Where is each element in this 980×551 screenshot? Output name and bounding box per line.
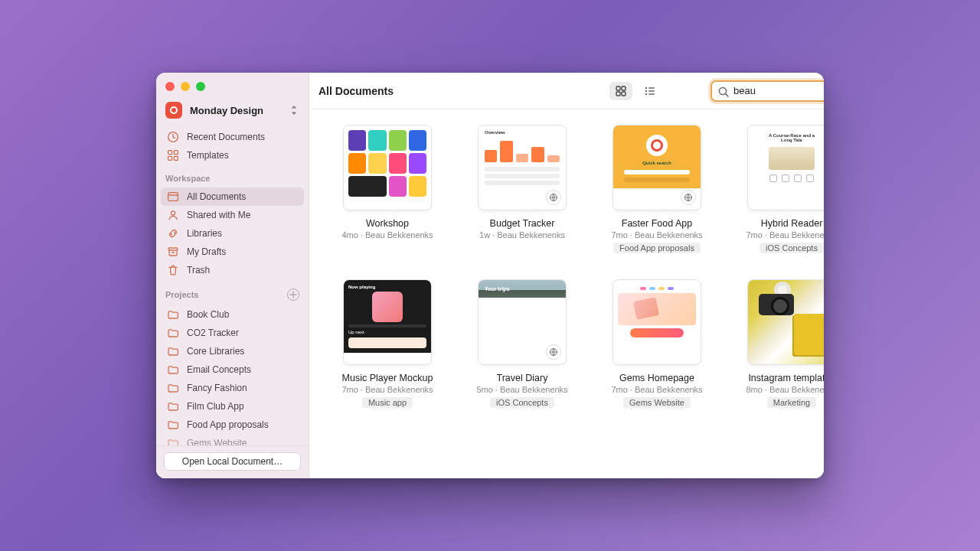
fullscreen-window-button[interactable] [196,82,205,91]
close-window-button[interactable] [165,82,175,91]
shared-badge-icon [546,344,561,360]
project-label: Email Concepts [187,364,251,375]
project-item[interactable]: Core Libraries [161,342,304,360]
folder-icon [167,345,179,357]
document-thumbnail [343,125,432,210]
nav-recent[interactable]: Recent Documents [161,128,304,146]
document-meta: 8mo · Beau Bekkenenks [746,385,824,394]
document-thumbnail: A Course-Race and aLong Tale [747,125,824,210]
document-thumbnail: Your trips Exploring theSwiss Alps [478,279,567,365]
grid-icon [615,85,627,97]
svg-rect-5 [168,193,178,201]
document-meta: 4mo · Beau Bekkenenks [341,230,433,240]
sidebar: Monday Design Recent Documents Templates… [156,73,309,478]
document-meta: 7mo · Beau Bekkenenks [611,385,702,394]
document-card[interactable]: Now playing Up next Music Player Mockup … [335,279,439,408]
nav-label: Shared with Me [187,210,250,220]
project-item[interactable]: CO2 Tracker [161,324,304,342]
section-label: Workspace [165,174,211,183]
nav-trash[interactable]: Trash [161,261,304,279]
list-view-button[interactable] [639,82,662,100]
document-card[interactable]: Workshop 4mo · Beau Bekkenenks [335,125,439,253]
window-icon [167,191,179,203]
document-meta: 7mo · Beau Bekkenenks [611,230,702,240]
document-tag: Marketing [767,397,816,408]
projects-scroll: Book ClubCO2 TrackerCore LibrariesEmail … [156,304,309,445]
document-thumbnail: Now playing Up next [343,279,432,365]
team-switcher[interactable]: Monday Design [156,99,309,126]
document-thumbnail: Overview [478,125,567,210]
document-name: Gems Homepage [619,373,694,383]
svg-point-12 [645,86,647,88]
project-label: Fancy Fashion [187,383,247,393]
team-name: Monday Design [190,105,283,116]
nav-top: Recent Documents Templates [156,126,309,166]
nav-label: Libraries [187,228,222,239]
project-item[interactable]: Fancy Fashion [161,379,304,397]
folder-icon [167,419,179,431]
search-input[interactable] [733,85,824,96]
view-switch [609,82,662,100]
sidebar-footer: Open Local Document… [156,445,309,478]
document-tag: Gems Website [623,397,691,408]
document-card[interactable]: Overview [470,125,574,253]
document-meta: 5mo · Beau Bekkenenks [476,385,567,394]
document-card[interactable]: A Course-Race and aLong Tale Hybrid Read… [740,125,824,253]
nav-label: All Documents [187,191,246,202]
page-title: All Documents [318,85,600,97]
document-thumbnail: Quick search [612,125,701,210]
nav-libraries[interactable]: Libraries [161,224,304,243]
project-label: Book Club [187,309,229,320]
updown-chevron-icon [290,105,299,116]
nav-templates[interactable]: Templates [161,146,304,165]
document-card[interactable]: Your trips Exploring theSwiss Alps Trave… [470,279,574,408]
nav-shared[interactable]: Shared with Me [161,206,304,224]
project-item[interactable]: Gems Website [161,434,304,445]
document-name: Workshop [366,218,409,229]
svg-point-13 [645,90,647,91]
add-project-button[interactable] [287,289,299,301]
svg-point-14 [645,93,647,94]
section-projects: Projects [156,281,309,304]
document-name: Budget Tracker [490,218,555,229]
nav-workspace: All Documents Shared with Me Libraries M… [156,186,309,281]
trash-icon [167,264,179,276]
document-thumbnail [612,279,701,365]
document-thumbnail [747,279,824,365]
document-card[interactable]: Quick search Faster Food App 7mo · Beau … [605,125,709,253]
open-local-document-button[interactable]: Open Local Document… [164,452,301,471]
archive-icon [167,246,179,258]
nav-drafts[interactable]: My Drafts [161,243,304,261]
svg-rect-8 [616,86,620,90]
nav-label: Templates [187,150,229,161]
document-card[interactable]: Instagram templates 8mo · Beau Bekkenenk… [740,279,824,408]
document-meta: 7mo · Beau Bekkenenks [341,385,433,394]
grid-view-button[interactable] [609,82,632,100]
search-field[interactable] [710,80,824,102]
section-label: Projects [165,290,198,299]
folder-icon [167,437,179,445]
document-name: Hybrid Reader [761,218,823,229]
templates-icon [167,149,179,161]
nav-label: Trash [187,265,210,276]
documents-grid: Workshop 4mo · Beau Bekkenenks Overview [309,109,824,478]
folder-icon [167,382,179,394]
app-window: Monday Design Recent Documents Templates… [156,73,824,478]
nav-label: Recent Documents [187,132,265,142]
project-item[interactable]: Book Club [161,305,304,324]
document-tag: Food App proposals [613,243,701,253]
minimize-window-button[interactable] [181,82,190,91]
svg-rect-3 [168,156,172,160]
search-icon [717,86,730,98]
svg-rect-10 [616,92,620,96]
project-item[interactable]: Food App proposals [161,416,304,434]
project-item[interactable]: Film Club App [161,397,304,416]
document-meta: 7mo · Beau Bekkenenks [746,230,824,240]
document-card[interactable]: Gems Homepage 7mo · Beau Bekkenenks Gems… [605,279,709,408]
svg-rect-11 [622,92,626,96]
svg-rect-2 [174,151,178,155]
nav-all-documents[interactable]: All Documents [161,187,304,206]
document-name: Faster Food App [622,218,692,229]
project-item[interactable]: Email Concepts [161,360,304,379]
folder-icon [167,327,179,339]
